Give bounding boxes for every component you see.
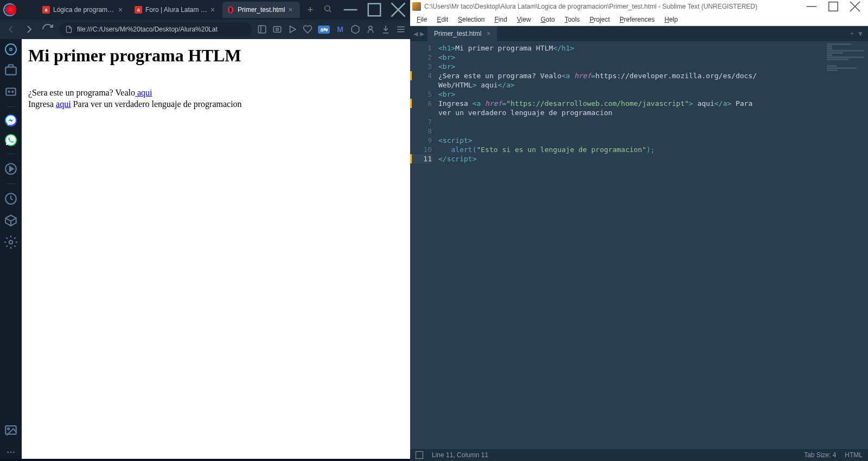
editor-body: 1234567891011 <h1>Mi primer programa HTL…: [410, 41, 868, 449]
opera-favicon-icon: [227, 6, 234, 14]
editor-maximize-button[interactable]: [822, 1, 844, 12]
sidebar-toggle-icon[interactable]: [257, 24, 267, 34]
chat-robot-icon[interactable]: [4, 85, 18, 99]
browser-tabs: aLógica de programació×aForo | Alura Lat…: [16, 0, 302, 20]
maximize-button[interactable]: [365, 2, 384, 18]
svg-point-2: [229, 7, 232, 12]
page-line2-text-a: Ingresa: [28, 99, 56, 109]
address-text: file:///C:/Users/Mr%20taco/Desktop/Alura…: [77, 26, 246, 33]
menu-goto[interactable]: Goto: [537, 15, 559, 24]
snapshot-icon[interactable]: [272, 24, 282, 34]
m-icon[interactable]: M: [335, 24, 345, 34]
easy-setup-icon[interactable]: [396, 24, 406, 34]
editor-close-button[interactable]: [844, 1, 866, 12]
svg-rect-11: [6, 89, 15, 96]
player-icon[interactable]: [4, 162, 18, 176]
editor-titlebar: C:\Users\Mr taco\Desktop\Alura Latam\Log…: [410, 0, 868, 13]
briefcase-icon[interactable]: [4, 63, 18, 77]
svg-point-9: [10, 48, 12, 51]
minimize-button[interactable]: [341, 2, 360, 18]
tab-dropdown-icon[interactable]: ▼: [857, 30, 864, 37]
toolbar-right: a⇆ M: [257, 24, 406, 34]
search-tabs-icon[interactable]: [319, 4, 336, 15]
menu-view[interactable]: View: [513, 15, 535, 24]
browser-tab[interactable]: aForo | Alura Latam - Cu×: [130, 2, 222, 18]
sublime-app-icon: [412, 2, 421, 11]
tab-close-icon[interactable]: ×: [210, 6, 218, 14]
svg-point-12: [9, 91, 10, 92]
extensions-cube-icon[interactable]: [4, 213, 18, 228]
svg-rect-10: [5, 67, 16, 75]
svg-rect-4: [368, 4, 381, 16]
page-heading: Mi primer programa HTLM: [28, 46, 404, 66]
tab-title: Foro | Alura Latam - Cu: [145, 6, 207, 14]
tab-next-icon[interactable]: ▶: [420, 30, 424, 37]
editor-tab-close-icon[interactable]: ×: [487, 30, 490, 37]
page-line2-text-b: Para ver un verdadero lenguaje de progra…: [71, 99, 242, 109]
sublime-text-window: C:\Users\Mr taco\Desktop\Alura Latam\Log…: [410, 0, 868, 461]
code-area[interactable]: <h1>Mi primer programa HTLM</h1><br><br>…: [436, 41, 825, 449]
messenger-icon[interactable]: [5, 115, 17, 127]
menu-find[interactable]: Find: [490, 15, 511, 24]
menu-preferences[interactable]: Preferences: [615, 15, 659, 24]
new-file-icon[interactable]: +: [850, 30, 854, 37]
back-button[interactable]: [4, 23, 17, 36]
profile-icon[interactable]: [366, 24, 375, 34]
svg-rect-5: [259, 26, 266, 33]
address-bar[interactable]: file:///C:/Users/Mr%20taco/Desktop/Alura…: [60, 22, 252, 36]
cube-icon[interactable]: [350, 24, 360, 34]
page-line2-link[interactable]: aqui: [56, 99, 71, 109]
tab-close-icon[interactable]: ×: [118, 6, 126, 14]
new-tab-button[interactable]: +: [304, 3, 317, 16]
translate-badge[interactable]: a⇆: [318, 26, 330, 34]
tab-prev-icon[interactable]: ◀: [413, 30, 418, 37]
line-gutter[interactable]: 1234567891011: [410, 41, 436, 449]
menu-file[interactable]: File: [412, 15, 431, 24]
status-syntax[interactable]: HTML: [845, 451, 863, 459]
minimap[interactable]: [825, 41, 868, 449]
editor-statusbar: Line 11, Column 11 Tab Size: 4 HTML: [410, 449, 868, 461]
opera-logo[interactable]: [0, 0, 22, 20]
download-icon[interactable]: [381, 24, 391, 34]
editor-menubar: FileEditSelectionFindViewGotoToolsProjec…: [410, 13, 868, 26]
editor-tab-row: ◀ ▶ Primer_test.html × + ▼: [410, 26, 868, 41]
reload-button[interactable]: [41, 23, 54, 36]
browser-tab[interactable]: aLógica de programació×: [38, 2, 130, 18]
browser-titlebar: aLógica de programació×aForo | Alura Lat…: [0, 0, 410, 20]
editor-minimize-button[interactable]: [801, 1, 822, 12]
menu-help[interactable]: Help: [660, 15, 682, 24]
rendered-page: Mi primer programa HTLM ¿Sera este un pr…: [22, 39, 410, 459]
tab-title: Lógica de programació: [53, 6, 115, 14]
speed-dial-icon[interactable]: [5, 43, 17, 55]
more-icon[interactable]: ⋯: [4, 445, 18, 459]
status-tab-size[interactable]: Tab Size: 4: [804, 451, 836, 459]
heart-icon[interactable]: [303, 24, 312, 34]
status-position[interactable]: Line 11, Column 11: [432, 451, 488, 459]
close-window-button[interactable]: [388, 2, 408, 18]
svg-rect-19: [829, 2, 838, 11]
whatsapp-icon[interactable]: [5, 134, 17, 146]
menu-project[interactable]: Project: [585, 15, 614, 24]
svg-point-7: [276, 28, 279, 31]
play-media-icon[interactable]: [288, 24, 297, 34]
browser-tab[interactable]: Primer_test.html×: [222, 2, 300, 18]
menu-tools[interactable]: Tools: [560, 15, 584, 24]
svg-point-16: [9, 241, 13, 244]
settings-gear-icon[interactable]: [4, 235, 18, 249]
editor-tab[interactable]: Primer_test.html ×: [427, 26, 497, 41]
alura-favicon-icon: a: [42, 6, 50, 14]
status-panel-icon[interactable]: [416, 451, 423, 459]
page-line1-link[interactable]: aqui: [135, 88, 152, 97]
svg-point-13: [12, 91, 13, 92]
page-line1-text: ¿Sera este un programa? Vealo: [28, 88, 135, 97]
forward-button[interactable]: [23, 23, 36, 36]
opera-browser-window: aLógica de programació×aForo | Alura Lat…: [0, 0, 410, 461]
history-icon[interactable]: [4, 192, 18, 206]
svg-point-18: [8, 428, 9, 430]
image-picker-icon[interactable]: [4, 423, 18, 437]
menu-edit[interactable]: Edit: [432, 15, 452, 24]
editor-title: C:\Users\Mr taco\Desktop\Alura Latam\Log…: [424, 3, 801, 10]
menu-selection[interactable]: Selection: [454, 15, 489, 24]
tab-close-icon[interactable]: ×: [288, 6, 296, 14]
tab-title: Primer_test.html: [238, 6, 285, 14]
